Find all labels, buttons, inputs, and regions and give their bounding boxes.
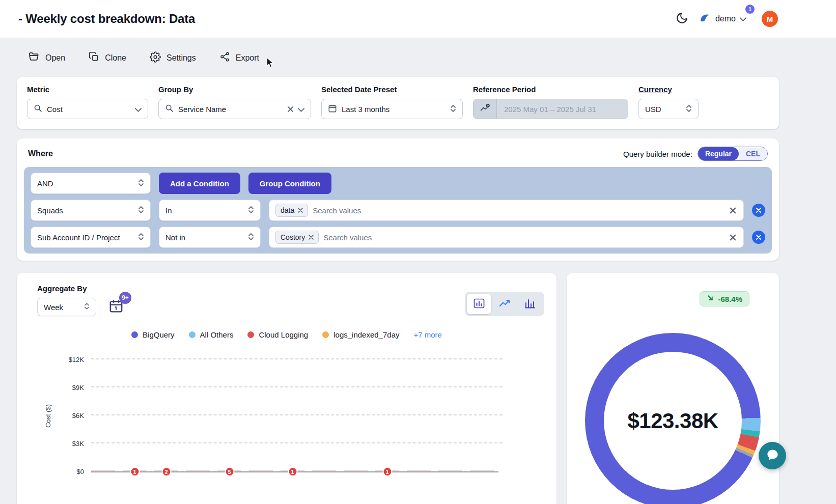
condition-values-input-wrap: data <box>269 200 744 221</box>
notification-badge[interactable]: 1 <box>745 5 755 14</box>
group-by-value: Service Name <box>178 105 226 114</box>
gridline <box>91 414 503 415</box>
dark-mode-toggle[interactable] <box>676 12 688 26</box>
legend-dot <box>189 331 196 338</box>
stacked-bar[interactable] <box>312 469 336 471</box>
anomaly-badge[interactable]: 5 <box>225 467 234 477</box>
chevron-updown-icon <box>248 232 254 243</box>
chart-type-toggle <box>465 292 544 316</box>
date-preset-select[interactable]: Last 3 months <box>321 99 463 119</box>
search-icon <box>34 104 42 114</box>
legend-dot <box>322 331 329 338</box>
settings-button[interactable]: Settings <box>150 51 196 65</box>
export-button[interactable]: Export <box>219 51 259 65</box>
currency-filter: Currency USD <box>638 85 699 119</box>
condition-row: Squads In data <box>31 200 765 221</box>
reference-period-label: Reference Period <box>473 85 628 94</box>
stacked-bar[interactable] <box>438 469 462 471</box>
search-values-input[interactable] <box>323 233 724 242</box>
search-values-input[interactable] <box>313 206 724 215</box>
reference-period-value: 2025 May 01 – 2025 Jul 31 <box>497 99 628 119</box>
logical-operator-select[interactable]: AND <box>31 173 151 194</box>
clear-values-button[interactable] <box>729 206 737 215</box>
clear-values-button[interactable] <box>729 233 737 242</box>
anomaly-badge[interactable]: 1 <box>382 467 392 477</box>
reference-period-control: 2025 May 01 – 2025 Jul 31 <box>473 99 628 119</box>
legend-item-logs-indexed[interactable]: logs_indexed_7day <box>322 330 399 339</box>
workspace-menu[interactable]: demo 1 <box>699 9 751 30</box>
legend-dot <box>247 331 254 338</box>
metric-label: Metric <box>27 85 148 94</box>
app-logo <box>699 12 711 26</box>
group-by-select[interactable]: Service Name <box>158 99 311 119</box>
stacked-bar[interactable] <box>470 469 494 471</box>
chip-remove-button[interactable] <box>309 235 314 240</box>
aggregate-select[interactable]: Week <box>37 298 96 316</box>
bar-segment <box>312 471 336 471</box>
remove-condition-button[interactable] <box>752 204 765 217</box>
bar-segment <box>186 471 210 471</box>
calendar-icon <box>328 104 337 115</box>
open-button[interactable]: Open <box>28 51 65 65</box>
legend-item-bigquery[interactable]: BigQuery <box>131 330 175 339</box>
bar-chart-type-button[interactable] <box>467 294 491 314</box>
metric-select[interactable]: Cost <box>27 99 148 119</box>
reference-period-filter: Reference Period 2025 May 01 – 2025 Jul … <box>473 85 628 119</box>
change-value: -68.4% <box>718 295 742 303</box>
histogram-chart-type-button[interactable] <box>518 294 542 314</box>
stacked-bar[interactable] <box>407 469 431 471</box>
anomaly-badge[interactable]: 1 <box>288 467 297 477</box>
chat-bubble-icon <box>766 448 779 463</box>
mode-cel[interactable]: CEL <box>739 147 767 160</box>
chip-remove-button[interactable] <box>298 208 303 213</box>
chevron-updown-icon <box>248 205 254 216</box>
legend-dot <box>131 331 138 338</box>
reference-trend-button[interactable] <box>473 99 497 119</box>
currency-select[interactable]: USD <box>638 99 699 119</box>
clone-button[interactable]: Clone <box>89 51 126 65</box>
condition-operator-select[interactable]: Not in <box>159 227 261 248</box>
chevron-down-icon <box>135 105 142 114</box>
donut-chart[interactable]: $123.38K <box>585 333 761 504</box>
stacked-bar[interactable] <box>249 469 273 471</box>
copy-icon <box>89 51 99 64</box>
line-chart-type-button[interactable] <box>492 294 517 314</box>
arrow-down-right-icon <box>707 294 714 303</box>
filter-bar: Metric Cost Group By Service Name Select… <box>17 77 779 129</box>
stacked-bar[interactable] <box>186 469 210 471</box>
add-condition-button[interactable]: Add a Condition <box>159 173 240 194</box>
condition-operator-select[interactable]: In <box>159 200 261 221</box>
trend-clock-icon <box>480 103 490 115</box>
condition-values-input-wrap: Costory <box>269 227 744 248</box>
avatar[interactable]: M <box>762 11 778 27</box>
moon-icon <box>676 12 688 26</box>
stacked-bar[interactable] <box>344 469 368 471</box>
anomaly-badge[interactable]: 2 <box>161 467 171 477</box>
group-condition-button[interactable]: Group Condition <box>248 173 331 194</box>
metric-filter: Metric Cost <box>27 85 148 119</box>
line-chart-icon <box>498 297 511 311</box>
legend-more-link[interactable]: +7 more <box>413 330 441 339</box>
legend-label: All Others <box>200 330 234 339</box>
condition-field-select[interactable]: Sub Account ID / Project <box>31 227 151 248</box>
legend-item-cloud-logging[interactable]: Cloud Logging <box>247 330 308 339</box>
bar-segment <box>438 471 462 471</box>
mode-regular[interactable]: Regular <box>698 147 739 160</box>
chart-legend: BigQuery All Others Cloud Logging logs_i… <box>29 330 544 339</box>
clear-icon[interactable] <box>288 105 293 114</box>
export-label: Export <box>236 53 259 63</box>
legend-item-all-others[interactable]: All Others <box>189 330 234 339</box>
anomaly-badge[interactable]: 1 <box>130 467 140 477</box>
anomaly-calendar-button[interactable]: 9+ <box>108 298 124 316</box>
share-icon <box>219 51 230 64</box>
remove-condition-button[interactable] <box>752 231 765 244</box>
bar-chart-icon <box>473 297 485 311</box>
chat-launcher-button[interactable] <box>759 442 786 469</box>
settings-label: Settings <box>166 53 196 63</box>
stacked-bar[interactable] <box>91 469 115 471</box>
gridline <box>91 358 503 359</box>
search-icon <box>165 104 174 114</box>
condition-field-value: Squads <box>37 206 63 215</box>
legend-label: BigQuery <box>143 330 175 339</box>
condition-field-select[interactable]: Squads <box>31 200 151 221</box>
